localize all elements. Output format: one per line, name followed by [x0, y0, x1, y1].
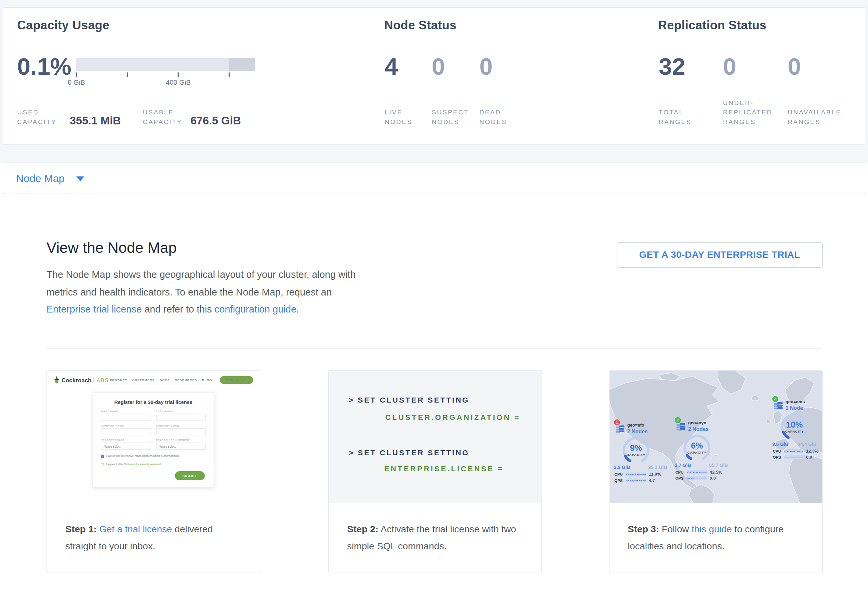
cockroach-labs-text: LABS	[93, 377, 109, 383]
replication-status-title: Replication Status	[658, 18, 766, 33]
first-name-field: FIRST NAME	[101, 410, 151, 421]
project-phase-field: PROJECT PHASE Please Select	[101, 438, 151, 450]
cluster-used-capacity: 3.6 GiB	[772, 441, 788, 447]
cluster-qps-value: 4.7	[649, 478, 655, 483]
usable-capacity-label: USABLE CAPACITY	[143, 108, 182, 127]
cluster-cpu-value: 42.5%	[710, 469, 722, 475]
step-3-card: 1 geo=sfo 2 Nodes 9% CAPACITY	[609, 370, 822, 573]
cluster-total-capacity: 35.1 GiB	[648, 465, 667, 470]
node-map-dropdown-label: Node Map	[16, 172, 64, 184]
configuration-guide-link[interactable]: configuration guide	[215, 304, 296, 315]
dead-nodes-label: DEAD NODES	[480, 108, 507, 127]
qps-sparkline	[686, 476, 707, 480]
healthy-badge-icon: ✓	[772, 396, 778, 402]
cpu-sparkline	[625, 472, 647, 476]
form-title: Register for a 30-day trial license	[101, 399, 206, 405]
cluster-name: geo=sfo	[627, 422, 644, 428]
cluster-node-count: 2 Nodes	[627, 428, 647, 434]
minisite-nav-item: CUSTOMERS	[132, 378, 155, 381]
summary-panel: Capacity Usage 0.1% 0 GiB 400 GiB USED C…	[3, 7, 865, 145]
capacity-bar	[76, 58, 255, 71]
minisite-nav: PRODUCT CUSTOMERS DOCS RESOURCES BLOG DO…	[110, 376, 253, 384]
unchecked-checkbox-icon	[101, 463, 104, 466]
email-updates-checkbox-row: I would like to receive email updates ab…	[101, 454, 206, 458]
unavailable-ranges-label: UNAVAILABLE RANGES	[788, 108, 841, 127]
cluster-qps-value: 0.0	[806, 455, 812, 460]
database-stack-icon	[676, 422, 686, 432]
reason-for-interest-field: REASON FOR INTEREST Please Select	[156, 438, 206, 450]
cpu-sparkline	[784, 449, 804, 453]
sql-commands-illustration: > SET CLUSTER SETTING CLUSTER.ORGANIZATI…	[329, 371, 541, 503]
description-text: .	[296, 304, 299, 315]
node-map-section: View the Node Map The Node Map shows the…	[0, 195, 868, 593]
capacity-gauge: 6% CAPACITY	[682, 434, 711, 462]
cluster-total-capacity: 65.7 GiB	[709, 463, 728, 468]
cluster-cpu-value: 11.0%	[649, 472, 661, 477]
cluster-used-capacity: 3.2 GiB	[614, 465, 630, 470]
capacity-used-percent: 0.1%	[17, 55, 71, 77]
sql-command-1-arg: CLUSTER.ORGANIZATION =	[385, 413, 521, 422]
cluster-used-capacity: 3.7 GiB	[675, 463, 691, 468]
cockroach-logo-text: Cockroach	[61, 377, 92, 383]
node-map-dropdown[interactable]: Node Map	[3, 163, 865, 194]
cpu-sparkline	[686, 470, 707, 474]
step-1-card: Cockroach LABS PRODUCT CUSTOMERS DOCS RE…	[46, 370, 260, 573]
dead-nodes-count: 0	[480, 55, 493, 77]
cluster-qps-value: 0.0	[710, 475, 716, 481]
this-guide-link[interactable]: this guide	[691, 524, 732, 535]
live-nodes-count: 4	[385, 55, 398, 77]
get-enterprise-trial-button[interactable]: GET A 30-DAY ENTERPRISE TRIAL	[617, 242, 822, 268]
cluster-node-count: 2 Nodes	[688, 426, 709, 432]
enterprise-trial-license-link[interactable]: Enterprise trial license	[46, 304, 142, 315]
capacity-axis-tick	[127, 72, 128, 77]
sql-command-1: > SET CLUSTER SETTING	[349, 396, 469, 405]
trial-license-form: Register for a 30-day trial license FIRS…	[93, 392, 214, 487]
minisite-nav-item: PRODUCT	[110, 378, 127, 381]
healthy-badge-icon: ✓	[675, 417, 681, 423]
description-text: The Node Map shows the geographical layo…	[46, 269, 356, 297]
capacity-axis-tick	[177, 72, 179, 77]
cluster-name: geo=ams	[785, 399, 805, 404]
step-3-caption: Step 3: Follow this guide to configure l…	[628, 521, 807, 555]
usable-capacity-value: 676.5 GiB	[190, 115, 241, 127]
database-stack-icon	[616, 425, 625, 434]
chevron-down-icon	[76, 177, 84, 181]
capacity-axis-label-0: 0 GiB	[55, 79, 99, 86]
total-ranges-label: TOTAL RANGES	[659, 108, 691, 127]
capacity-axis-tick	[76, 72, 77, 77]
used-capacity-label: USED CAPACITY	[17, 108, 56, 127]
cluster-cpu-value: 12.3%	[806, 449, 819, 453]
capacity-axis-tick	[229, 72, 230, 77]
step-1-caption: Step 1: Get a trial license delivered st…	[65, 521, 245, 555]
used-capacity-value: 355.1 MiB	[70, 115, 121, 127]
capacity-bar-reserved-segment	[229, 58, 255, 71]
node-map-preview: 1 geo=sfo 2 Nodes 9% CAPACITY	[610, 371, 822, 503]
page-title: View the Node Map	[46, 240, 177, 256]
summary-strip: Capacity Usage 0.1% 0 GiB 400 GiB USED C…	[0, 0, 868, 163]
cluster-overview-page: Capacity Usage 0.1% 0 GiB 400 GiB USED C…	[0, 0, 868, 593]
company-name-field: COMPANY NAME	[101, 424, 151, 435]
cluster-name: geo=nyc	[688, 421, 706, 425]
total-ranges-count: 32	[659, 55, 685, 77]
capacity-usage-title: Capacity Usage	[17, 18, 109, 33]
cluster-node-count: 1 Node	[785, 405, 803, 411]
license-agreement-checkbox-row: I agree to the Software License Agreemen…	[101, 463, 206, 466]
step-2-card: > SET CLUSTER SETTING CLUSTER.ORGANIZATI…	[328, 370, 542, 573]
live-nodes-label: LIVE NODES	[385, 108, 412, 127]
get-trial-license-link[interactable]: Get a trial license	[99, 524, 172, 535]
error-badge-icon: 1	[614, 419, 620, 425]
description-text: and refer to this	[142, 304, 215, 315]
qps-sparkline	[625, 478, 647, 483]
company-email-field: COMPANY EMAIL	[156, 424, 206, 435]
section-divider	[46, 349, 821, 349]
sql-command-2-arg: ENTERPRISE.LICENSE =	[384, 465, 504, 473]
qps-sparkline	[784, 455, 804, 459]
under-replicated-ranges-label: UNDER- REPLICATED RANGES	[723, 99, 772, 127]
checked-checkbox-icon	[101, 455, 104, 458]
capacity-gauge: 10% CAPACITY	[780, 413, 809, 441]
minisite-nav-item: DOCS	[159, 378, 170, 381]
last-name-field: LAST NAME	[156, 410, 206, 421]
capacity-gauge: 9% CAPACITY	[622, 436, 650, 465]
capacity-axis-label-400: 400 GiB	[156, 79, 201, 86]
minisite-download-button: DOWNLOAD	[220, 376, 253, 384]
